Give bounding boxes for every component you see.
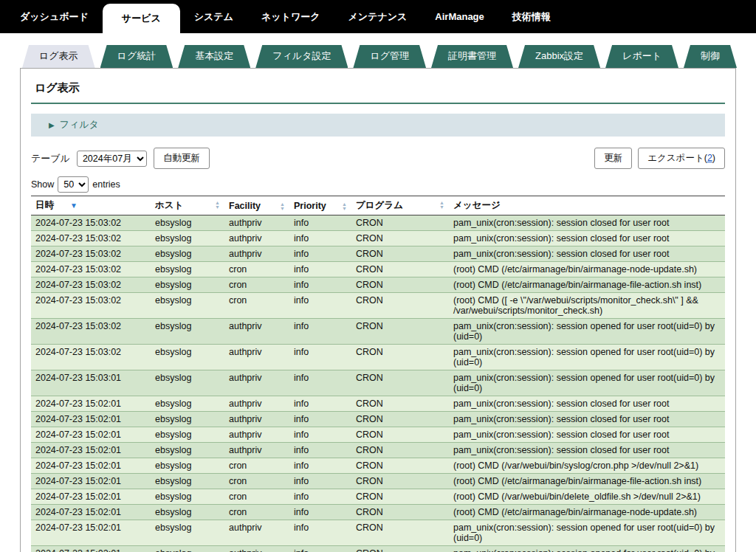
column-label: 日時 xyxy=(35,200,54,210)
export-count-link[interactable]: 2 xyxy=(707,153,712,163)
log-table: 日時▼ホスト▲▼Facility▲▼Priority▲▼プログラム▲▼メッセージ… xyxy=(31,196,725,552)
facility-cell: cron xyxy=(224,277,289,293)
sort-both-icon: ▲▼ xyxy=(280,202,285,211)
facility-cell: cron xyxy=(224,458,289,474)
nav-item-maintenance[interactable]: メンテナンス xyxy=(334,0,422,33)
auto-refresh-button[interactable]: 自動更新 xyxy=(154,148,210,169)
export-label: エクスポート xyxy=(647,153,704,163)
table-month-select[interactable]: 2024年07月 xyxy=(77,151,147,167)
top-navigation: ダッシュボードサービスシステムネットワークメンテナンスAirManage技術情報 xyxy=(0,0,756,33)
message-cell: pam_unix(cron:session): session opened f… xyxy=(449,345,725,370)
host-cell: ebsyslog xyxy=(151,345,224,370)
app-root: ダッシュボードサービスシステムネットワークメンテナンスAirManage技術情報… xyxy=(0,0,756,552)
tab-basic-settings[interactable]: 基本設定 xyxy=(178,45,250,68)
filter-toggle[interactable]: ▶フィルタ xyxy=(31,114,725,137)
facility-cell: cron xyxy=(224,489,289,505)
nav-item-services[interactable]: サービス xyxy=(103,4,180,33)
program-cell: CRON xyxy=(351,443,449,458)
message-cell: pam_unix(cron:session): session opened f… xyxy=(449,319,725,345)
priority-cell: info xyxy=(289,293,351,319)
program-cell: CRON xyxy=(351,262,449,277)
sort-desc-icon: ▼ xyxy=(70,201,78,210)
table-row[interactable]: 2024-07-23 15:02:01ebsyslogcroninfoCRON(… xyxy=(31,474,725,489)
facility-cell: authpriv xyxy=(224,546,289,552)
message-cell: (root) CMD ([ -e \"/var/webui/scripts/mo… xyxy=(449,293,725,319)
datetime-cell: 2024-07-23 15:02:01 xyxy=(31,546,151,552)
priority-cell: info xyxy=(289,443,351,458)
tab-report[interactable]: レポート xyxy=(605,45,678,68)
tab-control[interactable]: 制御 xyxy=(684,45,737,68)
message-cell: pam_unix(cron:session): session closed f… xyxy=(449,412,725,427)
entries-select[interactable]: 50 xyxy=(58,176,89,193)
table-row[interactable]: 2024-07-23 15:03:02ebsyslogauthprivinfoC… xyxy=(31,345,725,370)
program-cell: CRON xyxy=(351,293,449,319)
priority-cell: info xyxy=(289,319,351,345)
host-cell: ebsyslog xyxy=(151,474,224,489)
tab-filter-settings[interactable]: フィルタ設定 xyxy=(255,45,348,68)
nav-item-airmanage[interactable]: AirManage xyxy=(421,0,498,33)
message-cell: pam_unix(cron:session): session opened f… xyxy=(449,546,725,552)
datetime-cell: 2024-07-23 15:02:01 xyxy=(31,412,151,427)
table-row[interactable]: 2024-07-23 15:03:02ebsyslogauthprivinfoC… xyxy=(31,319,725,345)
table-row[interactable]: 2024-07-23 15:02:01ebsyslogcroninfoCRON(… xyxy=(31,489,725,505)
host-cell: ebsyslog xyxy=(151,396,224,412)
program-cell: CRON xyxy=(351,246,449,262)
column-header-日時[interactable]: 日時▼ xyxy=(31,196,151,215)
column-label: メッセージ xyxy=(453,200,501,210)
table-row[interactable]: 2024-07-23 15:03:02ebsyslogcroninfoCRON(… xyxy=(31,277,725,293)
filter-label: フィルタ xyxy=(60,119,99,130)
column-header-Facility[interactable]: Facility▲▼ xyxy=(224,196,289,215)
table-row[interactable]: 2024-07-23 15:02:01ebsyslogcroninfoCRON(… xyxy=(31,505,725,520)
table-row[interactable]: 2024-07-23 15:03:02ebsyslogauthprivinfoC… xyxy=(31,246,725,262)
datetime-cell: 2024-07-23 15:03:02 xyxy=(31,277,151,293)
column-header-プログラム[interactable]: プログラム▲▼ xyxy=(351,196,449,215)
nav-item-network[interactable]: ネットワーク xyxy=(247,0,334,33)
host-cell: ebsyslog xyxy=(151,319,224,345)
nav-item-tech-info[interactable]: 技術情報 xyxy=(498,0,565,33)
table-row[interactable]: 2024-07-23 15:03:02ebsyslogcroninfoCRON(… xyxy=(31,293,725,319)
host-cell: ebsyslog xyxy=(151,370,224,396)
facility-cell: authpriv xyxy=(224,427,289,443)
tab-log-view[interactable]: ログ表示 xyxy=(22,45,95,68)
column-header-ホスト[interactable]: ホスト▲▼ xyxy=(151,196,224,215)
priority-cell: info xyxy=(289,215,351,231)
program-cell: CRON xyxy=(351,345,449,370)
host-cell: ebsyslog xyxy=(151,520,224,546)
refresh-button[interactable]: 更新 xyxy=(594,148,632,169)
table-row[interactable]: 2024-07-23 15:02:01ebsyslogauthprivinfoC… xyxy=(31,427,725,443)
table-row[interactable]: 2024-07-23 15:03:01ebsyslogauthprivinfoC… xyxy=(31,370,725,396)
page-title: ログ表示 xyxy=(31,75,725,104)
nav-item-dashboard[interactable]: ダッシュボード xyxy=(6,0,103,33)
table-row[interactable]: 2024-07-23 15:02:01ebsyslogcroninfoCRON(… xyxy=(31,458,725,474)
table-row[interactable]: 2024-07-23 15:03:02ebsyslogauthprivinfoC… xyxy=(31,231,725,246)
table-row[interactable]: 2024-07-23 15:02:01ebsyslogauthprivinfoC… xyxy=(31,520,725,546)
table-row[interactable]: 2024-07-23 15:03:02ebsyslogauthprivinfoC… xyxy=(31,215,725,231)
host-cell: ebsyslog xyxy=(151,246,224,262)
table-row[interactable]: 2024-07-23 15:02:01ebsyslogauthprivinfoC… xyxy=(31,443,725,458)
table-row[interactable]: 2024-07-23 15:02:01ebsyslogauthprivinfoC… xyxy=(31,396,725,412)
datetime-cell: 2024-07-23 15:03:02 xyxy=(31,293,151,319)
column-label: プログラム xyxy=(356,200,403,210)
priority-cell: info xyxy=(289,262,351,277)
message-cell: (root) CMD (/var/webui/bin/syslog/cron.p… xyxy=(449,458,725,474)
tab-log-stats[interactable]: ログ統計 xyxy=(100,45,173,68)
program-cell: CRON xyxy=(351,231,449,246)
message-cell: (root) CMD (/etc/airmanage/bin/airmanage… xyxy=(449,262,725,277)
column-header-Priority[interactable]: Priority▲▼ xyxy=(289,196,351,215)
table-row[interactable]: 2024-07-23 15:02:01ebsyslogauthprivinfoC… xyxy=(31,546,725,552)
tab-log-management[interactable]: ログ管理 xyxy=(353,45,426,68)
message-cell: (root) CMD (/etc/airmanage/bin/airmanage… xyxy=(449,505,725,520)
nav-item-system[interactable]: システム xyxy=(180,0,247,33)
datetime-cell: 2024-07-23 15:02:01 xyxy=(31,520,151,546)
priority-cell: info xyxy=(289,231,351,246)
tab-cert-management[interactable]: 証明書管理 xyxy=(431,45,513,68)
tab-zabbix-settings[interactable]: Zabbix設定 xyxy=(518,45,600,68)
table-row[interactable]: 2024-07-23 15:02:01ebsyslogauthprivinfoC… xyxy=(31,412,725,427)
column-header-メッセージ[interactable]: メッセージ xyxy=(449,196,725,215)
table-row[interactable]: 2024-07-23 15:03:02ebsyslogcroninfoCRON(… xyxy=(31,262,725,277)
sort-both-icon: ▲▼ xyxy=(439,201,444,210)
priority-cell: info xyxy=(289,277,351,293)
export-button[interactable]: エクスポート(2) xyxy=(638,148,725,169)
program-cell: CRON xyxy=(351,505,449,520)
message-cell: pam_unix(cron:session): session closed f… xyxy=(449,443,725,458)
